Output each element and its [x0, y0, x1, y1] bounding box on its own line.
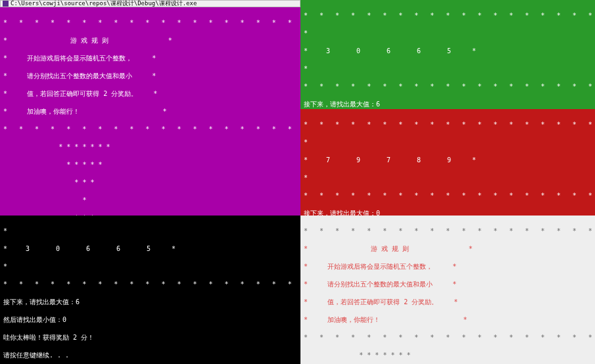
- star-border: * *: [304, 173, 592, 183]
- console-white: * * * * * * * * * * * * * * * * * * * * …: [300, 216, 595, 364]
- rules-l4: * 加油噢，你能行！ *: [304, 315, 592, 325]
- rules-l2: * 请分别找出五个整数的最大值和最小 *: [3, 72, 297, 81]
- rules-title: * 游 戏 规 则 *: [304, 244, 592, 254]
- number-row: *79789 *: [304, 156, 592, 165]
- rules-l4: * 加油噢，你能行！ *: [3, 107, 297, 116]
- prompt-max: 接下来，请找出最大值：6: [3, 298, 297, 307]
- star-deco: * * * * * * *: [304, 351, 592, 360]
- rules-l3: * 值，若回答正确即可获得 2 分奖励。 *: [3, 89, 297, 99]
- rules-title: * 游 戏 规 则 *: [3, 36, 297, 45]
- rules-l2: * 请分别找出五个整数的最大值和最小 *: [304, 280, 592, 289]
- star-border: * * * * * * * * * * * * * * * * * * * * …: [3, 125, 297, 134]
- number-row: *30665 *: [3, 244, 297, 254]
- titlebar[interactable]: C:\Users\cowji\source\repos\课程设计\Debug\课…: [0, 0, 300, 7]
- star-deco: * * * * * * *: [3, 143, 297, 152]
- console-magenta: * * * * * * * * * * * * * * * * * * * * …: [0, 7, 300, 216]
- star-deco: *: [3, 196, 297, 205]
- app-icon: [3, 1, 9, 7]
- continue-prompt: 请按任意键继续. . .: [3, 351, 297, 360]
- star-border: * *: [304, 29, 592, 38]
- prompt-max: 接下来，请找出最大值：0: [304, 209, 592, 216]
- star-border: * * * * * * * * * * * * * * * * * * * * …: [3, 18, 297, 28]
- console-red: * * * * * * * * * * * * * * * * * * * * …: [300, 109, 595, 216]
- star-border: * *: [304, 64, 592, 74]
- star-border: * * * * * * * * * * * * * * * * * * * * …: [304, 227, 592, 236]
- star-border: * * * * * * * * * * * * * * * * * * * * …: [304, 11, 592, 20]
- console-green: * * * * * * * * * * * * * * * * * * * * …: [300, 0, 595, 109]
- star-border: * * * * * * * * * * * * * * * * * * * * …: [304, 120, 592, 129]
- star-border: * *: [3, 262, 297, 271]
- star-border: * * * * * * * * * * * * * * * * * * * * …: [304, 82, 592, 91]
- star-border: * * * * * * * * * * * * * * * * * * * * …: [3, 280, 297, 289]
- win-message: 哇你太棒啦！获得奖励 2 分！: [3, 333, 297, 342]
- star-deco: * * * * *: [3, 160, 297, 170]
- star-deco: * * *: [3, 178, 297, 187]
- number-row: *30665 *: [304, 47, 592, 56]
- prompt-max: 接下来，请找出最大值：6: [304, 100, 592, 109]
- star-border: * * * * * * * * * * * * * * * * * * * * …: [304, 333, 592, 342]
- star-border: * *: [3, 227, 297, 236]
- window-topleft: C:\Users\cowji\source\repos\课程设计\Debug\课…: [0, 0, 300, 216]
- rules-l1: * 开始游戏后将会显示随机五个整数， *: [304, 262, 592, 271]
- prompt-min: 然后请找出最小值：0: [3, 315, 297, 325]
- star-border: * * * * * * * * * * * * * * * * * * * * …: [304, 191, 592, 200]
- rules-l1: * 开始游戏后将会显示随机五个整数， *: [3, 54, 297, 63]
- console-black: * * *30665 * * * * * * * * * * * * * * *…: [0, 216, 300, 364]
- star-border: * *: [304, 138, 592, 147]
- rules-l3: * 值，若回答正确即可获得 2 分奖励。 *: [304, 298, 592, 307]
